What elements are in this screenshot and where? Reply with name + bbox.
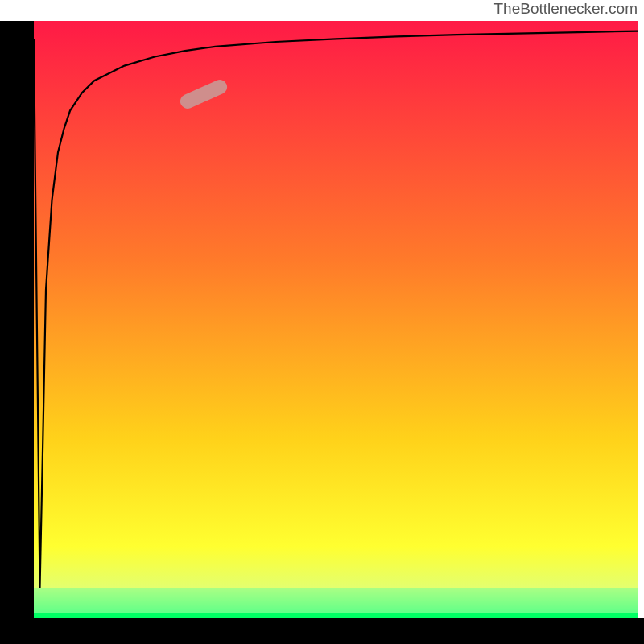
green-bottom-line	[34, 613, 638, 618]
axis-left	[0, 21, 34, 644]
plot-background	[34, 21, 638, 618]
axis-bottom	[0, 618, 644, 644]
